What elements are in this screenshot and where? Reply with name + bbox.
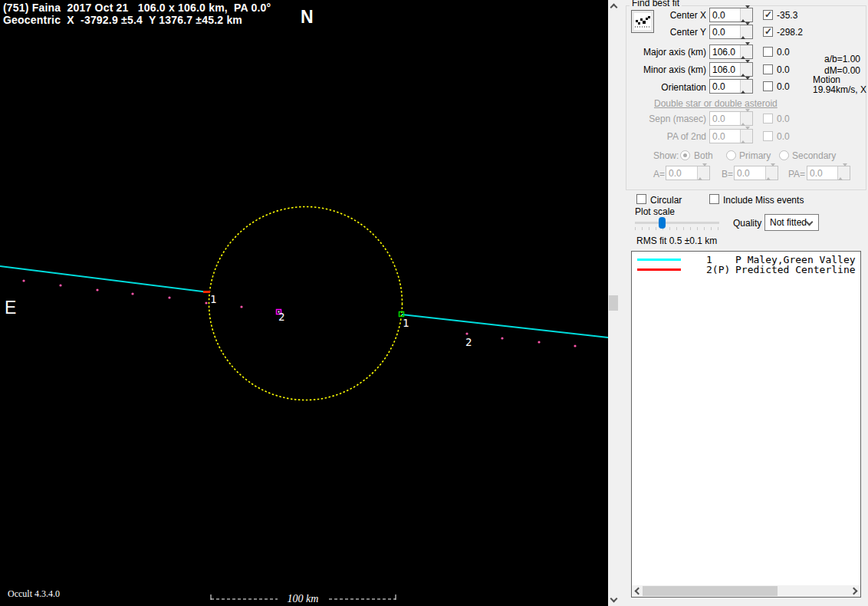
center-x-value: 0.0 (712, 10, 725, 21)
legend-row-text[interactable]: Predicted Centerline (735, 264, 856, 275)
quality-dropdown[interactable]: Not fitted (764, 214, 819, 231)
center-y-spinner[interactable]: 0.0 (709, 25, 753, 39)
plot-scale-slider-track[interactable] (635, 222, 719, 224)
occultation-plot: 1212100 km (751) Faina 2017 Oct 21 106.0… (0, 0, 608, 606)
b-value: 0.0 (737, 168, 750, 179)
observation-chord (0, 266, 209, 292)
find-best-fit-group-label: Find best fit (630, 0, 682, 8)
track-dot (59, 284, 61, 286)
plot-title-line2: Geocentric X -3792.9 ±5.4 Y 1376.7 ±45.2… (3, 14, 242, 26)
chord-number-label: 2 (278, 311, 284, 323)
chord-number-label: 2 (465, 336, 472, 348)
plot-canvas: 1212100 km (0, 0, 608, 606)
show-secondary-label: Secondary (792, 150, 836, 161)
orientation-spinner[interactable]: 0.0 (709, 79, 753, 94)
minor-axis-fit-value: 0.0 (777, 64, 790, 75)
center-y-fit-value: -298.2 (777, 27, 803, 38)
sepn-value: 0.0 (712, 114, 725, 124)
pa-of-2nd-spinner: 0.0 (709, 129, 753, 143)
orientation-value: 0.0 (712, 81, 725, 92)
track-dot (22, 279, 25, 282)
scroll-right-button[interactable] (850, 585, 860, 597)
center-x-spinner[interactable]: 0.0 (709, 8, 753, 22)
pa-of-2nd-label: PA of 2nd (626, 131, 706, 142)
show-primary-radio (726, 150, 736, 160)
scroll-down-button[interactable] (608, 594, 619, 606)
fit-control-panel: Find best fit Center X 0.0 -35.3 Center … (619, 0, 868, 606)
chord-number-label: 1 (403, 317, 409, 329)
quality-label: Quality (733, 218, 761, 229)
pa-of-2nd-fit-checkbox (763, 131, 773, 141)
pa-spinner: 0.0 (807, 166, 850, 180)
plot-title-line1: (751) Faina 2017 Oct 21 106.0 x 106.0 km… (3, 2, 271, 14)
include-miss-checkbox[interactable] (709, 194, 719, 204)
chevron-left-icon (635, 588, 643, 595)
track-dot (538, 341, 540, 343)
show-both-label: Both (694, 150, 713, 161)
plot-scale-slider-ticks (635, 227, 719, 230)
track-dot (168, 296, 170, 298)
east-direction-label: E (5, 298, 16, 318)
plot-scale-slider-thumb[interactable] (659, 217, 666, 229)
show-secondary-radio (779, 150, 789, 160)
circular-checkbox[interactable] (636, 194, 646, 204)
track-dot (465, 332, 468, 334)
center-x-fit-checkbox[interactable] (763, 10, 773, 20)
pa-of-2nd-value: 0.0 (712, 131, 725, 142)
circular-label: Circular (650, 195, 682, 206)
center-y-spin-buttons[interactable] (740, 25, 752, 38)
minor-axis-spin-buttons[interactable] (740, 63, 752, 76)
vertical-scrollbar[interactable] (608, 0, 619, 606)
orientation-fit-checkbox[interactable] (763, 81, 773, 91)
dropdown-chevron-icon (806, 219, 814, 226)
show-primary-label: Primary (739, 150, 771, 161)
minor-axis-label: Minor axis (km) (626, 64, 706, 75)
app-version-label: Occult 4.3.4.0 (8, 588, 60, 600)
sepn-fit-value: 0.0 (777, 114, 790, 124)
minor-axis-spinner[interactable]: 106.0 (709, 62, 753, 77)
scroll-up-button[interactable] (608, 0, 619, 12)
major-axis-value: 106.0 (712, 47, 735, 58)
vertical-scrollbar-thumb[interactable] (609, 295, 618, 311)
pa-of-2nd-fit-value: 0.0 (777, 131, 790, 142)
sepn-fit-checkbox (763, 114, 773, 124)
horizontal-scrollbar[interactable] (632, 585, 860, 597)
asteroid-outline-circle (209, 207, 403, 400)
axis-ratio-label: a/b=1.00 (824, 54, 860, 64)
legend-row-id[interactable]: 2(P) (706, 264, 730, 275)
major-axis-spin-buttons[interactable] (740, 45, 752, 58)
sepn-spinner: 0.0 (709, 111, 753, 126)
north-direction-label: N (301, 7, 314, 28)
quality-value: Not fitted (770, 217, 807, 228)
show-both-radio (680, 150, 690, 160)
orientation-fit-value: 0.0 (777, 81, 790, 92)
b-spinner: 0.0 (734, 166, 778, 180)
horizontal-scrollbar-thumb[interactable] (643, 586, 778, 596)
center-y-value: 0.0 (712, 27, 725, 38)
double-star-header: Double star or double asteroid (654, 98, 778, 109)
track-dot (574, 344, 576, 347)
minor-axis-fit-checkbox[interactable] (763, 64, 773, 74)
major-axis-spinner[interactable]: 106.0 (709, 44, 753, 59)
motion-label: Motion (813, 74, 840, 85)
show-label: Show: (653, 150, 679, 161)
legend-line (637, 268, 681, 271)
center-x-fit-value: -35.3 (777, 10, 797, 21)
track-dot (96, 288, 98, 291)
pa-value: 0.0 (810, 168, 823, 179)
center-x-spin-buttons[interactable] (740, 8, 752, 21)
include-miss-label: Include Miss events (723, 195, 804, 206)
track-dot (131, 292, 133, 295)
orientation-spin-buttons[interactable] (740, 80, 752, 93)
scroll-left-button[interactable] (632, 585, 643, 597)
rms-fit-label: RMS fit 0.5 ±0.1 km (636, 235, 717, 246)
major-axis-fit-checkbox[interactable] (763, 47, 773, 57)
center-y-fit-checkbox[interactable] (763, 27, 773, 37)
track-dot (240, 305, 242, 308)
track-dot (501, 337, 503, 339)
chevron-down-icon (610, 595, 617, 603)
major-axis-fit-value: 0.0 (777, 47, 790, 58)
disappearance-marker (203, 291, 210, 293)
observations-listbox[interactable]: 1P Maley,Green Valley2(P)Predicted Cente… (631, 251, 861, 598)
scale-bar-label: 100 km (288, 593, 319, 604)
